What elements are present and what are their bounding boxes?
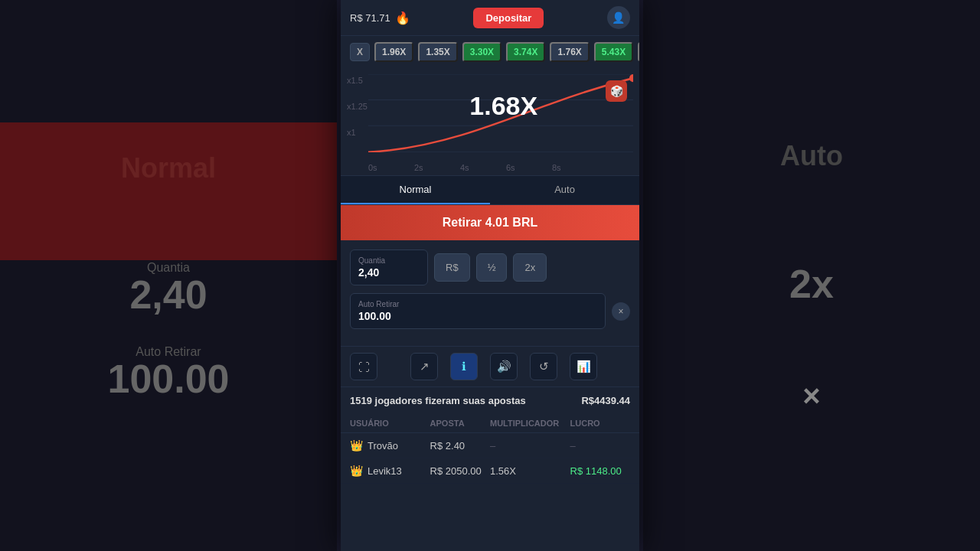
header-balance: R$ 71.71 🔥 [350,11,410,25]
auto-field: Auto Retirar [350,293,606,329]
table-row: 👑 Trovão R$ 2.40 – – [341,433,639,458]
svg-point-4 [629,74,633,82]
bg-right-label: Auto [780,140,843,172]
withdraw-button[interactable]: Retirar 4.01 BRL [341,205,639,240]
bg-auto-value: 100.00 [107,359,229,399]
form-row-2: Auto Retirar × [350,293,630,329]
mult-1: – [490,440,570,452]
tab-normal[interactable]: Normal [341,176,490,204]
quantity-field: Quantia [350,249,428,285]
deposit-button[interactable]: Depositar [473,8,544,28]
refresh-icon[interactable]: ↺ [530,353,557,380]
players-count-label: jogadores [375,395,426,406]
x-label-0: 0s [368,163,377,172]
profit-1: – [570,440,630,452]
players-count-number: 1519 [350,395,372,406]
icons-row: ⛶ ↗ ℹ 🔊 ↺ 📊 [341,346,639,386]
x-label-6: 6s [506,163,515,172]
x-label-4: 4s [460,163,469,172]
chip-7[interactable]: 18.75X [638,42,639,62]
bg-right-mode: Auto [780,140,843,172]
bg-close-value: × [802,380,820,411]
main-panel: R$ 71.71 🔥 Depositar 👤 X1.96X1.35X3.30X3… [341,0,639,551]
y-label-3: x1 [347,128,356,137]
bg-left-auto: Auto Retirar 100.00 [107,345,229,399]
profit-2: R$ 1148.00 [570,465,630,477]
bet-1: R$ 2.40 [430,440,490,452]
background-left: Normal Quantia 2,40 Auto Retirar 100.00 [0,0,337,551]
stats-icon[interactable]: 📊 [570,353,597,380]
form-row-1: Quantia R$ ½ 2x [350,249,630,285]
chip-1[interactable]: 1.96X [374,42,413,62]
balance-emoji: 🔥 [395,11,410,25]
y-label-2: x1.25 [347,102,368,111]
bg-right-2x: 2x [789,264,834,304]
double-button[interactable]: 2x [513,253,547,282]
col-aposta: APOSTA [430,419,490,428]
chip-2[interactable]: 1.35X [418,42,457,62]
tabs-row: Normal Auto [341,175,639,205]
chip-4[interactable]: 3.74X [506,42,545,62]
username-2: Levik13 [368,465,402,477]
col-usuario: USUÁRIO [350,419,430,428]
col-multiplicador: MULTIPLICADOR [490,419,570,428]
table-row: 👑 Levik13 R$ 2050.00 1.56X R$ 1148.00 [341,458,639,484]
chip-5[interactable]: 1.76X [550,42,589,62]
crown-icon-2: 👑 [350,465,363,477]
avatar[interactable]: 👤 [607,6,630,29]
graph-area: 1.68X 🎲 x1.5 x1.25 x1 0s 2s 4s 6s 8s [341,68,639,175]
share-icon[interactable]: ↗ [410,353,438,380]
auto-close-button[interactable]: × [612,302,630,321]
chip-6[interactable]: 5.43X [594,42,633,62]
chip-3[interactable]: 3.30X [462,42,501,62]
players-section: 1519 jogadores fizeram suas apostas R$44… [341,386,639,551]
auto-input[interactable] [358,310,597,322]
col-lucro: LUCRO [570,419,630,428]
balance-amount: R$ 71.71 [350,12,390,24]
x-label-2: 2s [414,163,423,172]
half-button[interactable]: ½ [476,253,508,282]
info-icon[interactable]: ℹ [450,353,478,380]
crown-icon-1: 👑 [350,439,363,452]
chips-row: X1.96X1.35X3.30X3.74X1.76X5.43X18.75X📊 [341,36,639,68]
bg-right-close: × [802,380,820,411]
players-header: 1519 jogadores fizeram suas apostas R$44… [341,386,639,414]
multiplier-display: 1.68X [469,91,537,121]
auto-label: Auto Retirar [358,300,597,308]
username-1: Trovão [368,440,398,452]
chip-0[interactable]: X [350,43,370,61]
players-count-suffix: fizeram suas apostas [425,395,526,406]
quantity-input[interactable] [358,266,420,279]
bg-2x-value: 2x [789,264,834,304]
tab-auto[interactable]: Auto [490,176,639,204]
x-label-8: 8s [552,163,561,172]
sound-icon[interactable]: 🔊 [490,353,518,380]
bet-2: R$ 2050.00 [430,465,490,477]
header: R$ 71.71 🔥 Depositar 👤 [341,0,639,36]
bg-quantity-value: 2,40 [129,275,207,315]
y-label-1: x1.5 [347,76,363,85]
table-header: USUÁRIO APOSTA MULTIPLICADOR LUCRO [341,414,639,433]
bg-left-quantity: Quantia 2,40 [129,261,207,315]
user-cell-1: 👑 Trovão [350,439,430,452]
fullscreen-icon[interactable]: ⛶ [350,353,377,380]
avatar-icon: 👤 [612,11,625,24]
bg-red-overlay [0,122,337,260]
form-area: Quantia R$ ½ 2x Auto Retirar × [341,240,639,346]
players-total: R$4439.44 [581,395,630,406]
quantity-label: Quantia [358,256,420,265]
mult-2: 1.56X [490,465,570,477]
currency-button[interactable]: R$ [434,253,470,282]
center-icons: ↗ ℹ 🔊 ↺ 📊 [410,353,603,380]
user-cell-2: 👑 Levik13 [350,465,430,477]
background-right: Auto 2x × [643,0,980,551]
players-count: 1519 jogadores fizeram suas apostas [350,395,526,406]
rocket-icon: 🎲 [606,80,627,102]
